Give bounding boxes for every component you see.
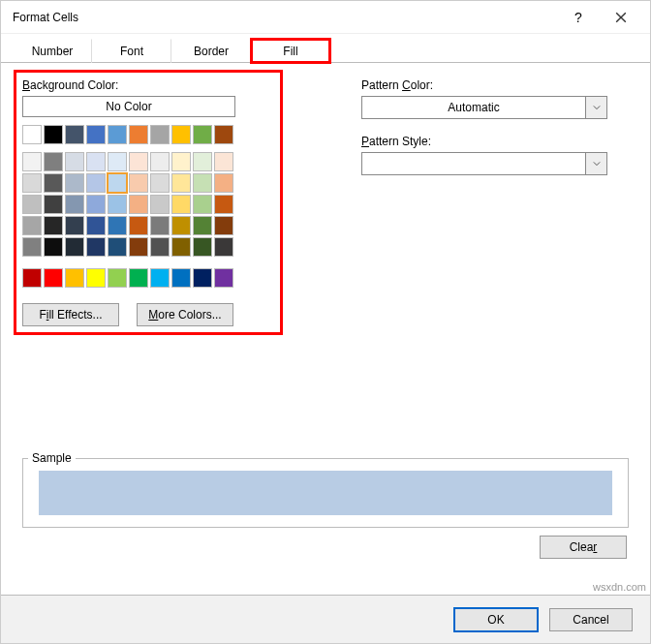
color-swatch[interactable]	[214, 268, 233, 288]
color-swatch[interactable]	[193, 216, 212, 235]
color-swatch[interactable]	[86, 195, 106, 214]
color-swatch[interactable]	[171, 173, 191, 193]
sample-fill	[39, 471, 612, 515]
color-swatch[interactable]	[65, 195, 84, 214]
color-swatch[interactable]	[150, 125, 170, 144]
tab-font[interactable]: Font	[92, 39, 171, 63]
cancel-button[interactable]: Cancel	[549, 608, 633, 631]
color-swatch[interactable]	[150, 268, 170, 288]
color-swatch[interactable]	[65, 216, 84, 235]
fill-effects-button[interactable]: Fill Effects...	[22, 303, 119, 326]
color-swatch[interactable]	[129, 125, 148, 144]
sample-label: Sample	[28, 451, 76, 465]
color-swatch[interactable]	[129, 152, 148, 171]
pattern-color-combo[interactable]: Automatic	[361, 96, 607, 119]
color-swatch[interactable]	[65, 152, 84, 171]
color-swatch[interactable]	[171, 237, 191, 257]
window-title: Format Cells	[13, 11, 557, 24]
color-swatch[interactable]	[129, 216, 148, 235]
theme-colors-row	[22, 125, 235, 144]
color-swatch[interactable]	[86, 216, 106, 235]
close-button[interactable]	[600, 1, 642, 34]
help-button[interactable]: ?	[557, 1, 600, 34]
color-swatch[interactable]	[108, 268, 127, 288]
color-swatch[interactable]	[65, 173, 84, 193]
color-swatch[interactable]	[44, 152, 63, 171]
color-swatch[interactable]	[22, 173, 42, 193]
color-swatch[interactable]	[214, 216, 233, 235]
tab-number[interactable]: Number	[13, 39, 92, 63]
color-swatch[interactable]	[44, 173, 63, 193]
color-swatch[interactable]	[193, 268, 212, 288]
color-swatch[interactable]	[108, 152, 127, 171]
color-swatch[interactable]	[214, 173, 233, 193]
color-swatch[interactable]	[150, 152, 170, 171]
color-swatch[interactable]	[171, 125, 191, 144]
sample-section: Sample	[22, 445, 629, 528]
dialog-footer: OK Cancel	[1, 595, 650, 643]
color-swatch[interactable]	[150, 195, 170, 214]
background-color-label: Background Color:	[22, 78, 274, 92]
no-color-button[interactable]: No Color	[22, 96, 235, 117]
color-swatch[interactable]	[129, 237, 148, 257]
color-swatch[interactable]	[108, 216, 127, 235]
color-swatch[interactable]	[22, 195, 42, 214]
color-swatch[interactable]	[108, 125, 127, 144]
color-swatch[interactable]	[86, 125, 106, 144]
color-swatch[interactable]	[65, 237, 84, 257]
color-swatch[interactable]	[86, 173, 106, 193]
color-swatch[interactable]	[193, 125, 212, 144]
color-swatch[interactable]	[44, 268, 63, 288]
color-swatch[interactable]	[86, 152, 106, 171]
tab-fill[interactable]: Fill	[251, 39, 330, 63]
color-swatch[interactable]	[214, 125, 233, 144]
color-swatch[interactable]	[129, 173, 148, 193]
color-swatch[interactable]	[150, 216, 170, 235]
color-swatch[interactable]	[193, 173, 212, 193]
color-swatch[interactable]	[44, 216, 63, 235]
color-swatch[interactable]	[44, 237, 63, 257]
close-icon	[615, 12, 627, 23]
pattern-style-combo[interactable]	[361, 152, 607, 175]
tab-bar: Number Font Border Fill	[1, 38, 650, 63]
color-swatch[interactable]	[86, 237, 106, 257]
color-swatch[interactable]	[22, 268, 42, 288]
color-swatch[interactable]	[171, 195, 191, 214]
color-swatch[interactable]	[44, 125, 63, 144]
more-colors-button[interactable]: More Colors...	[137, 303, 233, 326]
color-swatch[interactable]	[150, 237, 170, 257]
color-swatch[interactable]	[44, 195, 63, 214]
color-swatch[interactable]	[193, 237, 212, 257]
color-swatch[interactable]	[214, 195, 233, 214]
color-swatch[interactable]	[108, 237, 127, 257]
tab-panel-fill: Background Color: No Color Fill Effects.…	[1, 63, 650, 342]
color-swatch[interactable]	[171, 268, 191, 288]
color-swatch[interactable]	[214, 237, 233, 257]
color-swatch[interactable]	[65, 125, 84, 144]
color-swatch[interactable]	[108, 195, 127, 214]
color-swatch[interactable]	[129, 195, 148, 214]
color-swatch[interactable]	[65, 268, 84, 288]
color-swatch[interactable]	[22, 237, 42, 257]
color-swatch[interactable]	[22, 125, 42, 144]
color-swatch[interactable]	[86, 268, 106, 288]
color-swatch[interactable]	[129, 268, 148, 288]
ok-button[interactable]: OK	[454, 608, 538, 631]
color-swatch[interactable]	[171, 216, 191, 235]
color-swatch[interactable]	[214, 152, 233, 171]
watermark: wsxdn.com	[593, 581, 646, 593]
color-swatch[interactable]	[193, 195, 212, 214]
color-swatch[interactable]	[22, 216, 42, 235]
chevron-down-icon	[585, 97, 606, 118]
color-swatch[interactable]	[108, 173, 127, 193]
color-swatch[interactable]	[150, 173, 170, 193]
background-color-section: Background Color: No Color Fill Effects.…	[22, 78, 274, 326]
color-swatch[interactable]	[22, 152, 42, 171]
clear-button[interactable]: Clear	[540, 536, 627, 559]
tab-border[interactable]: Border	[171, 39, 251, 63]
chevron-down-icon	[585, 153, 606, 174]
pattern-color-label: Pattern Color:	[361, 78, 629, 92]
color-swatch[interactable]	[193, 152, 212, 171]
pattern-section: Pattern Color: Automatic Pattern Style:	[361, 78, 629, 326]
color-swatch[interactable]	[171, 152, 191, 171]
